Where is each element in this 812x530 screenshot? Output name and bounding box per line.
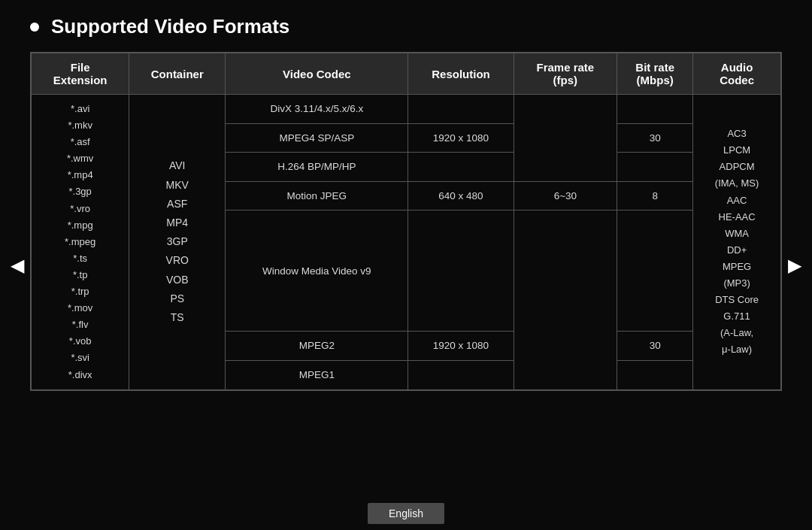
resolution-cell-3: [408, 153, 514, 182]
header-resolution: Resolution: [408, 53, 514, 95]
header-file-extension: FileExtension: [32, 53, 129, 95]
bit-rate-cell-5: [617, 210, 693, 332]
resolution-cell-4: 640 x 480: [408, 181, 514, 210]
bit-rate-cell-6: 30: [617, 332, 693, 361]
table-header-row: FileExtension Container Video Codec Reso…: [32, 53, 781, 95]
bit-rate-cell-4: 8: [617, 181, 693, 210]
frame-rate-cell-1: [514, 95, 617, 182]
resolution-cell-6: 1920 x 1080: [408, 332, 514, 361]
resolution-cell-2: 1920 x 1080: [408, 123, 514, 153]
frame-rate-cell-5: [514, 210, 617, 389]
page-container: Supported Video Formats FileExtension Co…: [0, 0, 812, 530]
bit-rate-cell-1: [617, 95, 693, 124]
resolution-cell-7: [408, 361, 514, 390]
video-codec-cell-2: MPEG4 SP/ASP: [226, 123, 408, 153]
nav-arrow-left[interactable]: ◀: [6, 247, 29, 284]
container-cell: AVIMKVASFMP43GPVROVOBPSTS: [129, 95, 226, 390]
page-title: Supported Video Formats: [51, 15, 289, 38]
video-codec-cell-7: MPEG1: [226, 361, 408, 390]
bit-rate-cell-2: 30: [617, 123, 693, 153]
resolution-cell-1: [408, 95, 514, 124]
header-frame-rate: Frame rate(fps): [514, 53, 617, 95]
bit-rate-cell-3: [617, 153, 693, 182]
header-bit-rate: Bit rate(Mbps): [617, 53, 693, 95]
audio-codec-cell: AC3LPCMADPCM(IMA, MS)AACHE-AACWMADD+MPEG…: [693, 95, 781, 390]
left-arrow-icon: ◀: [11, 255, 24, 276]
header-container: Container: [129, 53, 226, 95]
header-video-codec: Video Codec: [226, 53, 408, 95]
video-codec-cell-3: H.264 BP/MP/HP: [226, 153, 408, 182]
page-title-row: Supported Video Formats: [30, 15, 782, 38]
frame-rate-cell-4: 6~30: [514, 181, 617, 210]
table-row: *.avi*.mkv*.asf*.wmv*.mp4*.3gp*.vro*.mpg…: [32, 95, 781, 124]
language-bar: English: [0, 497, 812, 530]
bit-rate-cell-7: [617, 361, 693, 390]
resolution-cell-5: [408, 210, 514, 332]
language-button[interactable]: English: [368, 503, 444, 524]
video-codec-cell-1: DivX 3.11/4.x/5.x/6.x: [226, 95, 408, 124]
video-codec-cell-5: Window Media Video v9: [226, 210, 408, 332]
video-codec-cell-6: MPEG2: [226, 332, 408, 361]
supported-formats-table: FileExtension Container Video Codec Reso…: [31, 53, 781, 390]
nav-arrow-right[interactable]: ▶: [783, 247, 806, 284]
file-extension-cell: *.avi*.mkv*.asf*.wmv*.mp4*.3gp*.vro*.mpg…: [32, 95, 129, 390]
video-codec-cell-4: Motion JPEG: [226, 181, 408, 210]
right-arrow-icon: ▶: [788, 255, 801, 276]
header-audio-codec: AudioCodec: [693, 53, 781, 95]
bullet-icon: [30, 23, 39, 32]
table-wrapper: FileExtension Container Video Codec Reso…: [30, 52, 782, 391]
